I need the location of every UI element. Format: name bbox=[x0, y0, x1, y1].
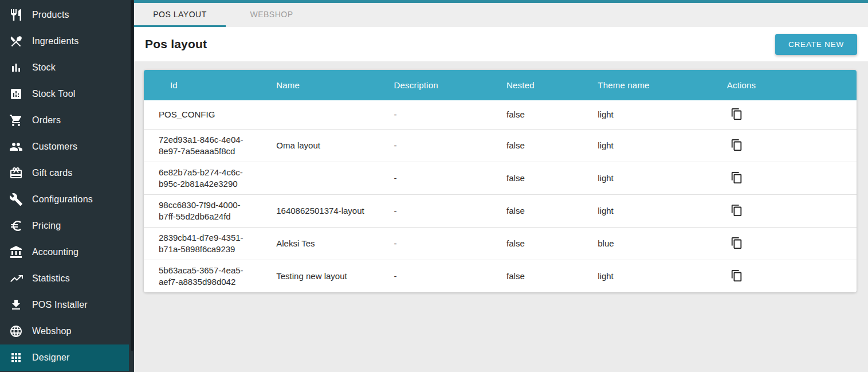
sidebar-item-pos-installer[interactable]: POS Installer bbox=[0, 292, 129, 318]
tab-label: WEBSHOP bbox=[250, 10, 293, 19]
sidebar-item-webshop[interactable]: Webshop bbox=[0, 318, 129, 344]
cell-id: 98cc6830-7f9d-4000-b7ff-55d2db6a24fd bbox=[159, 199, 246, 222]
table-row[interactable]: 5b63aca5-3657-4ea5-aef7-a8835d98d042 Tes… bbox=[144, 260, 857, 293]
people-icon bbox=[9, 140, 23, 154]
sidebar-item-ingredients[interactable]: Ingredients bbox=[0, 28, 129, 54]
cell-description: - bbox=[379, 260, 492, 293]
sidebar-item-label: Stock Tool bbox=[32, 89, 76, 99]
cell-name bbox=[261, 162, 379, 195]
sidebar-item-stock[interactable]: Stock bbox=[0, 54, 129, 81]
cell-description: - bbox=[379, 195, 492, 228]
copy-button[interactable] bbox=[727, 267, 747, 286]
cell-nested: false bbox=[492, 130, 583, 162]
content-copy-icon bbox=[730, 204, 743, 218]
content-copy-icon bbox=[730, 139, 743, 153]
sidebar-item-label: Stock bbox=[32, 62, 56, 73]
table-header-row: Id Name Description Nested Theme name Ac… bbox=[144, 70, 857, 100]
sidebar-item-accounting[interactable]: Accounting bbox=[0, 239, 129, 265]
sidebar-item-label: Accounting bbox=[32, 247, 78, 257]
sidebar: Products Ingredients Stock Stock Tool Or… bbox=[0, 0, 134, 372]
column-header-id: Id bbox=[144, 70, 261, 100]
cell-name: Aleksi Tes bbox=[261, 228, 379, 260]
cell-id: POS_CONFIG bbox=[159, 109, 246, 120]
column-header-nested: Nested bbox=[492, 70, 583, 100]
sidebar-item-label: Products bbox=[32, 10, 69, 20]
cell-theme-name: light bbox=[583, 100, 704, 130]
cell-name: Oma layout bbox=[261, 130, 379, 162]
cell-nested: false bbox=[492, 260, 583, 293]
main-content: POS LAYOUT WEBSHOP Pos layout CREATE NEW… bbox=[134, 0, 868, 372]
column-header-name: Name bbox=[261, 70, 379, 100]
apps-icon bbox=[9, 351, 23, 365]
download-icon bbox=[9, 298, 23, 312]
cell-nested: false bbox=[492, 195, 583, 228]
cell-description: - bbox=[379, 228, 492, 260]
content-copy-icon bbox=[730, 108, 743, 122]
pos-layouts-table: Id Name Description Nested Theme name Ac… bbox=[144, 70, 857, 292]
wrench-icon bbox=[9, 193, 23, 206]
copy-button[interactable] bbox=[727, 169, 747, 188]
gift-card-icon bbox=[9, 166, 23, 180]
content-copy-icon bbox=[730, 237, 743, 251]
cell-id: 5b63aca5-3657-4ea5-aef7-a8835d98d042 bbox=[159, 265, 246, 288]
copy-button[interactable] bbox=[727, 201, 747, 221]
create-new-button[interactable]: CREATE NEW bbox=[775, 34, 857, 55]
sidebar-item-customers[interactable]: Customers bbox=[0, 134, 129, 160]
bank-icon bbox=[9, 245, 23, 259]
table-row[interactable]: 6e82b7a5-b274-4c6c-b95c-2b81a42e3290 - f… bbox=[144, 162, 857, 195]
cell-id: 2839cb41-d7e9-4351-b71a-5898f6ca9239 bbox=[159, 232, 246, 255]
tab-label: POS LAYOUT bbox=[153, 10, 206, 19]
cell-name bbox=[261, 100, 379, 130]
sidebar-scrollbar-thumb[interactable] bbox=[131, 0, 133, 351]
content-area: Id Name Description Nested Theme name Ac… bbox=[134, 61, 868, 372]
cell-nested: false bbox=[492, 100, 583, 130]
sidebar-item-pricing[interactable]: Pricing bbox=[0, 213, 129, 239]
column-header-actions: Actions bbox=[704, 70, 857, 100]
content-copy-icon bbox=[730, 269, 743, 284]
cell-nested: false bbox=[492, 162, 583, 195]
table-row[interactable]: 2839cb41-d7e9-4351-b71a-5898f6ca9239 Ale… bbox=[144, 228, 857, 260]
sidebar-item-gift-cards[interactable]: Gift cards bbox=[0, 160, 129, 186]
tab-bar: POS LAYOUT WEBSHOP bbox=[134, 3, 868, 27]
copy-button[interactable] bbox=[727, 234, 747, 253]
page-header: Pos layout CREATE NEW bbox=[134, 27, 868, 61]
sidebar-item-label: POS Installer bbox=[32, 300, 88, 310]
sidebar-item-label: Gift cards bbox=[32, 168, 72, 178]
page-title: Pos layout bbox=[145, 37, 207, 51]
euro-icon bbox=[9, 219, 23, 233]
sidebar-item-orders[interactable]: Orders bbox=[0, 107, 129, 134]
table-body: POS_CONFIG - false light 72ed93a1-846c-4… bbox=[144, 100, 857, 292]
sidebar-item-label: Statistics bbox=[32, 273, 70, 284]
cell-id: 6e82b7a5-b274-4c6c-b95c-2b81a42e3290 bbox=[159, 167, 246, 190]
restaurant-menu-icon bbox=[9, 34, 23, 48]
content-copy-icon bbox=[730, 171, 743, 186]
sidebar-item-designer[interactable]: Designer bbox=[0, 344, 129, 371]
cell-description: - bbox=[379, 130, 492, 162]
restaurant-icon bbox=[9, 8, 23, 22]
tab-webshop[interactable]: WEBSHOP bbox=[226, 3, 317, 27]
globe-icon bbox=[9, 324, 23, 338]
column-header-theme-name: Theme name bbox=[583, 70, 704, 100]
cell-name: 1640862501374-layout bbox=[261, 195, 379, 228]
sidebar-menu: Products Ingredients Stock Stock Tool Or… bbox=[0, 0, 134, 371]
sidebar-item-label: Webshop bbox=[32, 326, 72, 336]
table-row[interactable]: POS_CONFIG - false light bbox=[144, 100, 857, 130]
tab-pos-layout[interactable]: POS LAYOUT bbox=[134, 3, 226, 27]
table-row[interactable]: 98cc6830-7f9d-4000-b7ff-55d2db6a24fd 164… bbox=[144, 195, 857, 228]
table-row[interactable]: 72ed93a1-846c-4e04-8e97-7a5eaaa5f8cd Oma… bbox=[144, 130, 857, 162]
sidebar-item-label: Pricing bbox=[32, 221, 61, 231]
copy-button[interactable] bbox=[727, 105, 747, 124]
sidebar-item-label: Ingredients bbox=[32, 36, 78, 46]
sidebar-item-products[interactable]: Products bbox=[0, 2, 129, 28]
copy-button[interactable] bbox=[727, 136, 747, 155]
cell-theme-name: blue bbox=[583, 228, 704, 260]
app-window: Products Ingredients Stock Stock Tool Or… bbox=[0, 0, 868, 372]
bar-chart-icon bbox=[9, 61, 23, 75]
sidebar-item-statistics[interactable]: Statistics bbox=[0, 265, 129, 292]
table-card: Id Name Description Nested Theme name Ac… bbox=[144, 70, 857, 292]
sidebar-item-stock-tool[interactable]: Stock Tool bbox=[0, 81, 129, 107]
sidebar-item-label: Designer bbox=[32, 353, 70, 363]
cell-description: - bbox=[379, 100, 492, 130]
cell-theme-name: light bbox=[583, 195, 704, 228]
sidebar-item-configurations[interactable]: Configurations bbox=[0, 186, 129, 213]
